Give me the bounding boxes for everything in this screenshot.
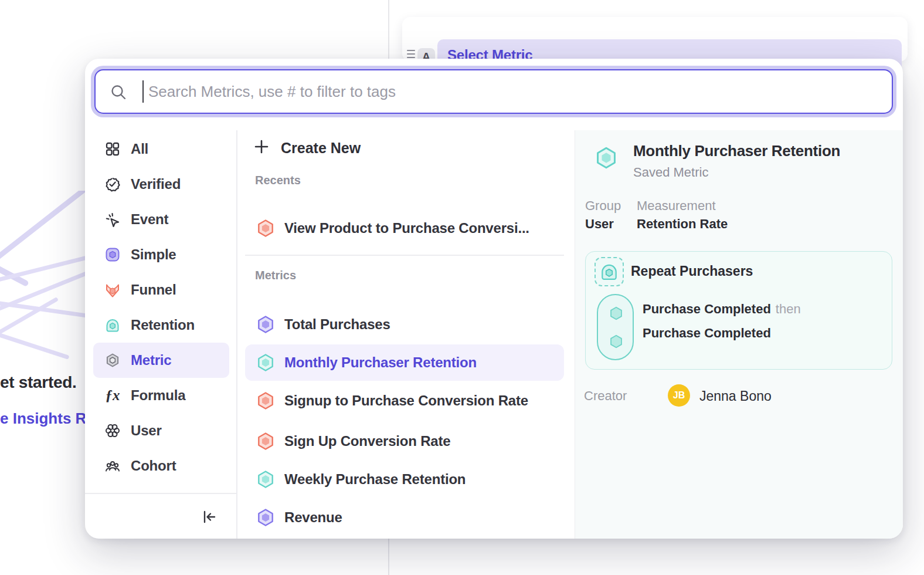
query-builder-row: A Select Metric <box>402 17 908 62</box>
screen: et started. e Insights Re A Select Metri… <box>0 0 924 575</box>
create-new-button[interactable]: Create New <box>245 133 491 163</box>
sidebar-item-formula[interactable]: ƒx Formula <box>85 378 236 413</box>
search-input[interactable] <box>96 70 892 113</box>
event-sequence-pill <box>597 294 634 360</box>
funnel-metric-icon <box>256 218 276 238</box>
creator-label: Creator <box>584 388 627 404</box>
sidebar-footer-divider <box>85 493 236 494</box>
collapse-sidebar-button[interactable] <box>196 505 221 529</box>
metric-picker-modal: All Verified Event Simple <box>85 59 903 539</box>
metric-item-total-purchases[interactable]: Total Purchases <box>245 306 564 343</box>
type-filter-sidebar: All Verified Event Simple <box>85 131 236 483</box>
simple-metric-icon <box>105 247 120 262</box>
retention-definition-icon <box>595 257 624 286</box>
detail-title: Monthly Purchaser Retention <box>633 142 840 160</box>
search-bar[interactable] <box>94 69 893 114</box>
sidebar-item-all[interactable]: All <box>85 131 236 167</box>
event-hexagon-icon <box>609 334 624 349</box>
creator-name: Jenna Bono <box>699 388 772 404</box>
sidebar-divider <box>236 130 237 539</box>
retention-metric-icon <box>256 469 276 489</box>
funnel-metric-icon <box>256 391 276 411</box>
cursor-click-icon <box>105 212 120 227</box>
sidebar-item-simple[interactable]: Simple <box>85 237 236 272</box>
retention-metric-icon <box>256 353 276 373</box>
plus-icon <box>253 138 270 157</box>
sidebar-item-verified[interactable]: Verified <box>85 167 236 202</box>
definition-step-1: Purchase Completedthen <box>643 302 801 317</box>
sidebar-item-user[interactable]: User <box>85 413 236 448</box>
background-insights-report-link[interactable]: e Insights Re <box>0 410 95 428</box>
metric-item-monthly-purchaser-retention[interactable]: Monthly Purchaser Retention <box>245 344 564 381</box>
group-value: User <box>585 217 614 232</box>
sidebar-item-metric[interactable]: Metric <box>93 343 229 378</box>
user-flower-icon <box>105 423 120 438</box>
collapse-left-icon <box>201 509 217 525</box>
measurement-value: Retention Rate <box>637 217 728 232</box>
sidebar-item-retention[interactable]: Retention <box>85 307 236 343</box>
formula-fx-icon: ƒx <box>105 388 120 403</box>
retention-icon <box>105 317 120 333</box>
sidebar-item-cohort[interactable]: Cohort <box>85 448 236 483</box>
funnel-metric-icon <box>256 431 276 451</box>
drag-handle-icon[interactable] <box>407 50 415 58</box>
event-hexagon-icon <box>609 306 624 321</box>
measurement-label: Measurement <box>637 198 716 214</box>
metric-hexagon-icon <box>105 353 120 368</box>
verified-badge-icon <box>105 177 120 192</box>
sidebar-item-event[interactable]: Event <box>85 202 236 237</box>
metric-detail-panel: Monthly Purchaser Retention Saved Metric… <box>575 130 903 539</box>
metric-item-weekly-purchase-retention[interactable]: Weekly Purchase Retention <box>245 461 564 498</box>
background-line-illustration <box>0 191 88 373</box>
metric-definition-card: Repeat Purchasers Purchase Completedthen… <box>585 251 892 370</box>
simple-metric-icon <box>256 314 276 334</box>
detail-subtitle: Saved Metric <box>633 165 708 180</box>
background-partial-heading: et started. <box>0 373 77 392</box>
metric-item-revenue[interactable]: Revenue <box>245 499 564 536</box>
metrics-section-label: Metrics <box>255 269 296 282</box>
recent-item-view-product-to-purchase[interactable]: View Product to Purchase Conversi... <box>245 210 564 246</box>
sidebar-item-funnel[interactable]: Funnel <box>85 272 236 307</box>
section-divider <box>245 255 564 256</box>
definition-title: Repeat Purchasers <box>631 263 753 279</box>
grid-icon <box>105 141 120 157</box>
metric-item-sign-up-conversion-rate[interactable]: Sign Up Conversion Rate <box>245 423 564 459</box>
cohort-people-icon <box>105 458 120 473</box>
funnel-icon <box>105 282 120 297</box>
metric-item-signup-to-purchase-conversion-rate[interactable]: Signup to Purchase Conversion Rate <box>245 383 564 419</box>
group-label: Group <box>585 198 621 214</box>
creator-avatar: JB <box>668 384 690 407</box>
recents-section-label: Recents <box>255 174 301 187</box>
retention-metric-icon-large <box>594 146 619 170</box>
simple-metric-icon <box>256 508 276 527</box>
definition-step-2: Purchase Completed <box>643 326 771 341</box>
